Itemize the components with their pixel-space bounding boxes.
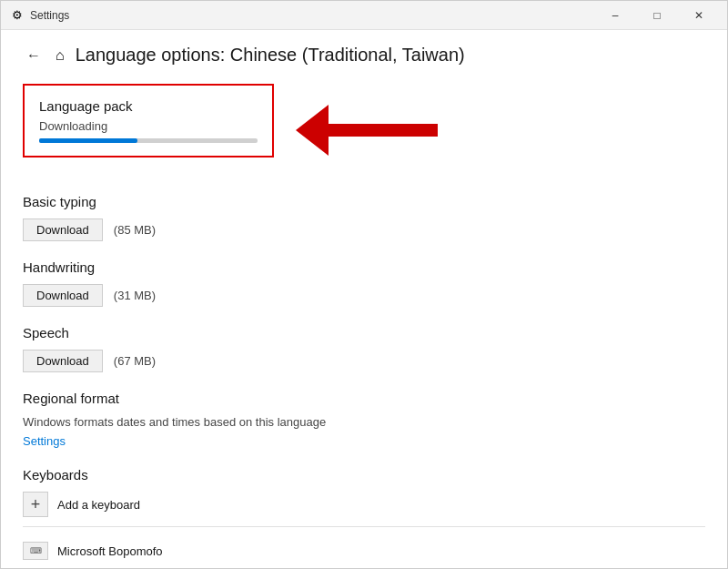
title-bar: ⚙ Settings – □ ✕ — [1, 1, 727, 30]
keyboard-label: Microsoft Bopomofo — [57, 544, 163, 558]
speech-size: (67 MB) — [114, 354, 156, 368]
keyboards-section: Keyboards + Add a keyboard ⌨ Microsoft B… — [23, 467, 705, 560]
speech-title: Speech — [23, 325, 705, 340]
basic-typing-row: Download (85 MB) — [23, 218, 705, 241]
speech-section: Speech Download (67 MB) — [23, 325, 705, 372]
home-icon: ⌂ — [56, 47, 65, 64]
language-pack-status: Downloading — [39, 119, 258, 133]
keyboards-title: Keyboards — [23, 467, 705, 483]
handwriting-size: (31 MB) — [114, 289, 156, 302]
header-row: ← ⌂ Language options: Chinese (Tradition… — [23, 45, 705, 66]
keyboard-icon: ⌨ — [23, 542, 48, 560]
maximize-button[interactable]: □ — [636, 1, 678, 30]
title-bar-title: Settings — [30, 9, 69, 22]
language-pack-section: Language pack Downloading — [23, 84, 274, 157]
keyboard-item: ⌨ Microsoft Bopomofo — [23, 542, 705, 560]
handwriting-section: Handwriting Download (31 MB) — [23, 259, 705, 307]
main-content: ← ⌂ Language options: Chinese (Tradition… — [1, 30, 727, 568]
progress-bar-fill — [39, 138, 137, 143]
basic-typing-title: Basic typing — [23, 194, 705, 209]
keyboard-icon-symbol: ⌨ — [30, 546, 42, 555]
settings-window: ⚙ Settings – □ ✕ ← ⌂ Language options: C… — [0, 0, 728, 569]
add-keyboard-row: + Add a keyboard — [23, 492, 705, 517]
arrow-annotation — [297, 105, 438, 156]
title-bar-left: ⚙ Settings — [12, 8, 69, 22]
basic-typing-size: (85 MB) — [114, 223, 156, 237]
progress-bar-container — [39, 138, 258, 143]
minimize-button[interactable]: – — [594, 1, 636, 30]
close-button[interactable]: ✕ — [678, 1, 720, 30]
content-area: ← ⌂ Language options: Chinese (Tradition… — [1, 30, 727, 568]
arrow-head — [296, 105, 329, 156]
arrow-shaft — [329, 124, 438, 137]
basic-typing-section: Basic typing Download (85 MB) — [23, 194, 705, 241]
handwriting-title: Handwriting — [23, 259, 705, 275]
speech-download-button[interactable]: Download — [23, 350, 103, 372]
add-keyboard-button[interactable]: + — [23, 492, 48, 517]
basic-typing-download-button[interactable]: Download — [23, 218, 103, 241]
language-pack-title: Language pack — [39, 98, 258, 114]
add-keyboard-label: Add a keyboard — [57, 498, 140, 512]
settings-icon: ⚙ — [12, 8, 23, 22]
regional-settings-link[interactable]: Settings — [23, 434, 66, 448]
regional-format-title: Regional format — [23, 391, 705, 406]
back-button[interactable]: ← — [23, 46, 45, 66]
page-title: Language options: Chinese (Traditional, … — [76, 45, 465, 66]
title-bar-controls: – □ ✕ — [594, 1, 720, 30]
keyboards-divider — [23, 526, 705, 527]
handwriting-download-button[interactable]: Download — [23, 284, 103, 307]
handwriting-row: Download (31 MB) — [23, 284, 705, 307]
regional-format-section: Regional format Windows formats dates an… — [23, 391, 705, 449]
speech-row: Download (67 MB) — [23, 350, 705, 372]
regional-format-description: Windows formats dates and times based on… — [23, 415, 705, 429]
